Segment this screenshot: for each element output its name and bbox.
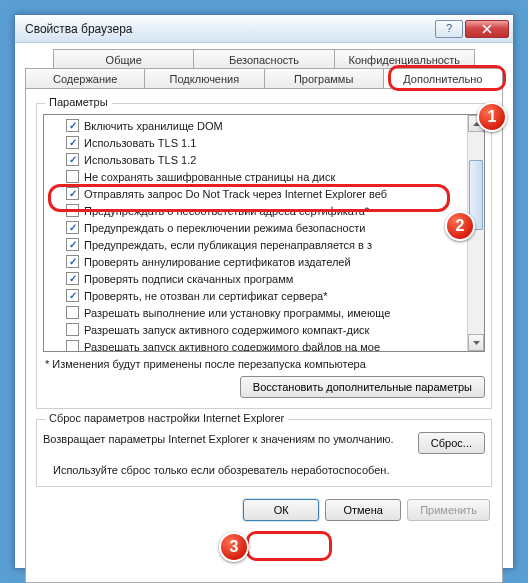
window-title: Свойства браузера bbox=[25, 22, 433, 36]
close-button[interactable] bbox=[465, 20, 509, 38]
setting-item[interactable]: Отправлять запрос Do Not Track через Int… bbox=[44, 185, 467, 202]
checkbox-icon[interactable] bbox=[66, 255, 79, 268]
setting-label: Разрешать запуск активного содержимого к… bbox=[84, 324, 369, 336]
checkbox-icon[interactable] bbox=[66, 119, 79, 132]
annotation-badge-1: 1 bbox=[477, 102, 507, 132]
tab-connections[interactable]: Подключения bbox=[144, 68, 264, 88]
title-bar: Свойства браузера ? bbox=[15, 15, 513, 43]
setting-item[interactable]: Проверять, не отозван ли сертификат серв… bbox=[44, 287, 467, 304]
svg-text:?: ? bbox=[446, 24, 452, 34]
setting-label: Проверять подписи скачанных программ bbox=[84, 273, 293, 285]
ok-button[interactable]: ОК bbox=[243, 499, 319, 521]
setting-label: Проверять аннулирование сертификатов изд… bbox=[84, 256, 351, 268]
setting-item[interactable]: Предупреждать, если публикация перенапра… bbox=[44, 236, 467, 253]
checkbox-icon[interactable] bbox=[66, 289, 79, 302]
reset-group: Сброс параметров настройки Internet Expl… bbox=[36, 419, 492, 487]
setting-item[interactable]: Предупреждать о несоответствии адреса се… bbox=[44, 202, 467, 219]
setting-label: Разрешать выполнение или установку прогр… bbox=[84, 307, 390, 319]
checkbox-icon[interactable] bbox=[66, 306, 79, 319]
annotation-badge-3: 3 bbox=[219, 532, 249, 562]
setting-label: Отправлять запрос Do Not Track через Int… bbox=[84, 188, 387, 200]
checkbox-icon[interactable] bbox=[66, 238, 79, 251]
help-button[interactable]: ? bbox=[435, 20, 463, 38]
reset-description: Возвращает параметры Internet Explorer к… bbox=[43, 432, 406, 446]
tabs: Общие Безопасность Конфиденциальность Со… bbox=[25, 49, 503, 89]
apply-button[interactable]: Применить bbox=[407, 499, 490, 521]
tab-security[interactable]: Безопасность bbox=[193, 49, 334, 69]
checkbox-icon[interactable] bbox=[66, 340, 79, 351]
checkbox-icon[interactable] bbox=[66, 272, 79, 285]
settings-list[interactable]: Включить хранилище DOMИспользовать TLS 1… bbox=[43, 114, 485, 352]
checkbox-icon[interactable] bbox=[66, 323, 79, 336]
setting-label: Предупреждать о переключении режима безо… bbox=[84, 222, 365, 234]
setting-label: Включить хранилище DOM bbox=[84, 120, 223, 132]
tab-panel: Параметры Включить хранилище DOMИспользо… bbox=[25, 88, 503, 583]
checkbox-icon[interactable] bbox=[66, 221, 79, 234]
checkbox-icon[interactable] bbox=[66, 136, 79, 149]
checkbox-icon[interactable] bbox=[66, 170, 79, 183]
checkbox-icon[interactable] bbox=[66, 204, 79, 217]
dialog-window: Свойства браузера ? Общие Безопасность К… bbox=[14, 14, 514, 569]
setting-label: Проверять, не отозван ли сертификат серв… bbox=[84, 290, 327, 302]
reset-button[interactable]: Сброс... bbox=[418, 432, 485, 454]
annotation-badge-2: 2 bbox=[445, 211, 475, 241]
setting-item[interactable]: Разрешать запуск активного содержимого ф… bbox=[44, 338, 467, 351]
scroll-down-button[interactable] bbox=[468, 334, 484, 351]
setting-item[interactable]: Не сохранять зашифрованные страницы на д… bbox=[44, 168, 467, 185]
setting-label: Не сохранять зашифрованные страницы на д… bbox=[84, 171, 335, 183]
tab-advanced[interactable]: Дополнительно bbox=[383, 68, 503, 88]
cancel-button[interactable]: Отмена bbox=[325, 499, 401, 521]
setting-item[interactable]: Предупреждать о переключении режима безо… bbox=[44, 219, 467, 236]
setting-item[interactable]: Разрешать выполнение или установку прогр… bbox=[44, 304, 467, 321]
setting-item[interactable]: Включить хранилище DOM bbox=[44, 117, 467, 134]
reset-footnote: Используйте сброс только если обозревате… bbox=[43, 464, 485, 476]
setting-label: Разрешать запуск активного содержимого ф… bbox=[84, 341, 380, 352]
setting-item[interactable]: Проверять аннулирование сертификатов изд… bbox=[44, 253, 467, 270]
restore-defaults-button[interactable]: Восстановить дополнительные параметры bbox=[240, 376, 485, 398]
settings-group: Параметры Включить хранилище DOMИспользо… bbox=[36, 103, 492, 409]
setting-item[interactable]: Разрешать запуск активного содержимого к… bbox=[44, 321, 467, 338]
tab-privacy[interactable]: Конфиденциальность bbox=[334, 49, 475, 69]
tab-content[interactable]: Содержание bbox=[25, 68, 145, 88]
setting-label: Предупреждать о несоответствии адреса се… bbox=[84, 205, 369, 217]
setting-label: Использовать TLS 1.2 bbox=[84, 154, 196, 166]
setting-item[interactable]: Использовать TLS 1.2 bbox=[44, 151, 467, 168]
checkbox-icon[interactable] bbox=[66, 153, 79, 166]
dialog-buttons: ОК Отмена Применить bbox=[36, 499, 492, 521]
restart-note: * Изменения будут применены после переза… bbox=[45, 358, 483, 370]
tab-programs[interactable]: Программы bbox=[264, 68, 384, 88]
setting-label: Использовать TLS 1.1 bbox=[84, 137, 196, 149]
tab-general[interactable]: Общие bbox=[53, 49, 194, 69]
group-label: Параметры bbox=[45, 96, 112, 108]
checkbox-icon[interactable] bbox=[66, 187, 79, 200]
setting-item[interactable]: Использовать TLS 1.1 bbox=[44, 134, 467, 151]
reset-group-label: Сброс параметров настройки Internet Expl… bbox=[45, 412, 288, 424]
setting-label: Предупреждать, если публикация перенапра… bbox=[84, 239, 372, 251]
setting-item[interactable]: Проверять подписи скачанных программ bbox=[44, 270, 467, 287]
